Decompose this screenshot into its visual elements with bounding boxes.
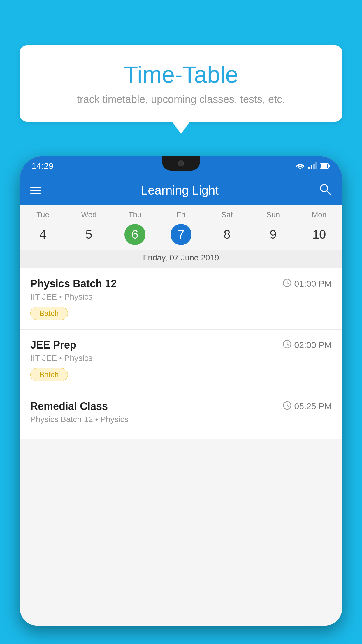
schedule-item-2-time: 02:00 PM	[283, 340, 332, 351]
menu-icon[interactable]	[30, 187, 41, 194]
day-labels-row: Tue Wed Thu Fri Sat Sun Mon	[20, 205, 342, 222]
day-8[interactable]: 8	[204, 222, 250, 247]
svg-point-0	[299, 168, 301, 169]
status-time: 14:29	[31, 161, 53, 171]
svg-line-18	[287, 405, 289, 407]
page-subtitle: track timetable, upcoming classes, tests…	[37, 93, 325, 106]
phone-mockup: 14:29	[20, 156, 342, 644]
day-9[interactable]: 9	[250, 222, 296, 247]
svg-line-12	[287, 283, 289, 284]
phone-screen: Tue Wed Thu Fri Sat Sun Mon 4 5	[20, 205, 342, 626]
phone-frame: 14:29	[20, 156, 342, 626]
schedule-item-1-header: Physics Batch 12 01:00 PM	[30, 278, 332, 290]
day-5[interactable]: 5	[66, 222, 112, 247]
svg-rect-1	[308, 167, 310, 169]
schedule-item-2-header: JEE Prep 02:00 PM	[30, 339, 332, 351]
schedule-item-3[interactable]: Remedial Class 05:25 PM	[20, 391, 342, 439]
schedule-list: Physics Batch 12 01:00 PM	[20, 268, 342, 439]
schedule-item-3-title: Remedial Class	[30, 400, 108, 412]
page-title: Time-Table	[37, 61, 325, 88]
day-4[interactable]: 4	[20, 222, 66, 247]
schedule-item-2-title: JEE Prep	[30, 339, 76, 351]
day-label-wed: Wed	[66, 210, 112, 219]
svg-rect-4	[315, 162, 317, 169]
day-label-mon: Mon	[296, 210, 342, 219]
schedule-item-2[interactable]: JEE Prep 02:00 PM	[20, 330, 342, 391]
speech-bubble-container: Time-Table track timetable, upcoming cla…	[20, 45, 342, 122]
svg-rect-3	[313, 164, 315, 169]
schedule-item-1[interactable]: Physics Batch 12 01:00 PM	[20, 268, 342, 330]
selected-date-label: Friday, 07 June 2019	[20, 250, 342, 268]
search-icon[interactable]	[319, 183, 332, 198]
batch-badge-2: Batch	[30, 368, 68, 381]
day-10[interactable]: 10	[296, 222, 342, 247]
day-numbers-row: 4 5 6 7 8	[20, 222, 342, 250]
app-header: Learning Light	[20, 176, 342, 205]
day-label-fri: Fri	[158, 210, 204, 219]
speech-bubble: Time-Table track timetable, upcoming cla…	[20, 45, 342, 122]
notch	[162, 156, 200, 171]
svg-rect-2	[311, 165, 312, 169]
day-6-today[interactable]: 6	[112, 222, 158, 247]
schedule-item-3-time: 05:25 PM	[283, 401, 332, 412]
camera	[178, 160, 184, 166]
svg-rect-6	[329, 165, 330, 167]
schedule-item-3-subtitle: Physics Batch 12 • Physics	[30, 415, 332, 424]
svg-rect-7	[321, 164, 327, 168]
day-label-sat: Sat	[204, 210, 250, 219]
schedule-item-1-subtitle: IIT JEE • Physics	[30, 292, 332, 302]
calendar-strip: Tue Wed Thu Fri Sat Sun Mon 4 5	[20, 205, 342, 268]
schedule-item-1-title: Physics Batch 12	[30, 278, 117, 290]
day-7-selected[interactable]: 7	[158, 222, 204, 247]
day-label-sun: Sun	[250, 210, 296, 219]
battery-icon	[320, 163, 331, 169]
clock-icon-1	[283, 279, 291, 289]
wifi-icon	[296, 162, 305, 169]
svg-line-9	[327, 191, 331, 195]
clock-icon-2	[283, 340, 291, 351]
status-bar: 14:29	[20, 156, 342, 176]
phone-screen-inner: 14:29	[20, 156, 342, 626]
status-icons	[296, 162, 331, 169]
day-label-thu: Thu	[112, 210, 158, 219]
svg-line-15	[287, 344, 289, 345]
schedule-item-1-time: 01:00 PM	[283, 279, 332, 289]
batch-badge-1: Batch	[30, 307, 68, 320]
schedule-item-2-subtitle: IIT JEE • Physics	[30, 354, 332, 363]
signal-icon	[308, 162, 317, 169]
schedule-item-3-header: Remedial Class 05:25 PM	[30, 400, 332, 412]
day-label-tue: Tue	[20, 210, 66, 219]
app-title: Learning Light	[50, 183, 310, 197]
clock-icon-3	[283, 401, 291, 412]
